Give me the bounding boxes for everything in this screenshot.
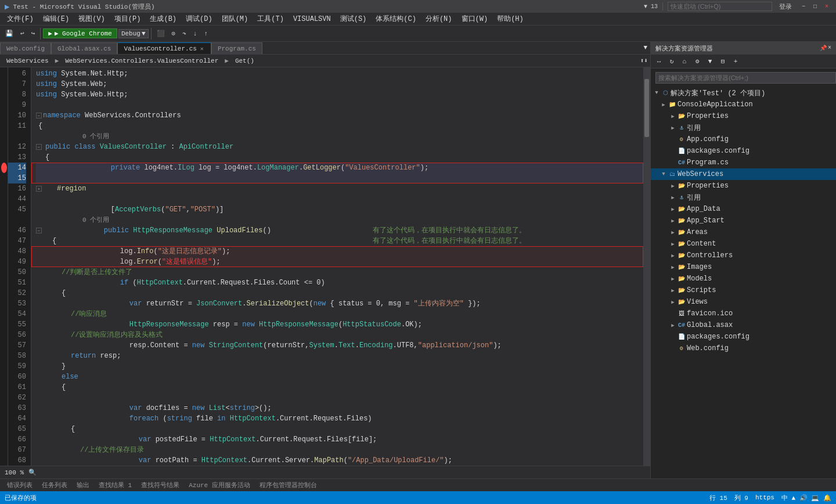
se-filter-btn[interactable]: ▼ — [704, 56, 716, 67]
tree-ws-content[interactable]: ▶ 📂 Content — [651, 238, 836, 250]
menu-item-arch[interactable]: 体系结构(C) — [371, 13, 421, 25]
maximize-btn[interactable]: □ — [810, 2, 820, 10]
menu-item-team[interactable]: 团队(M) — [217, 13, 253, 25]
step-over-btn[interactable]: ↷ — [179, 27, 189, 40]
step-out-btn[interactable]: ↑ — [201, 27, 211, 40]
minimize-btn[interactable]: − — [799, 2, 808, 10]
tab-overflow-btn[interactable]: ▼ — [640, 42, 650, 54]
scroll-nav-btn[interactable]: ⬆⬇ — [640, 57, 648, 64]
se-pin-btn[interactable]: 📌 — [820, 45, 827, 52]
se-new-solution-btn[interactable]: + — [730, 56, 741, 67]
breadcrumb-class[interactable]: WebServices.Controllers.ValuesController — [61, 56, 222, 66]
tree-console-app[interactable]: ▶ 📁 ConsoleApplication — [651, 99, 836, 110]
tree-program-cs[interactable]: C# Program.cs — [651, 157, 836, 168]
code-line-12: − public class ValuesController : ApiCon… — [36, 142, 643, 152]
tab-output[interactable]: 输出 — [72, 480, 94, 491]
se-close-btn[interactable]: × — [828, 45, 831, 52]
tree-ws-scripts[interactable]: ▶ 📂 Scripts — [651, 285, 836, 296]
redo-btn[interactable]: ↪ — [28, 27, 38, 40]
step-into-btn[interactable]: ↓ — [190, 27, 200, 40]
tree-ws-packages[interactable]: 📄 packages.config — [651, 331, 836, 343]
tree-ws-areas[interactable]: ▶ 📂 Areas — [651, 226, 836, 238]
stop-btn[interactable]: ⬛ — [154, 27, 168, 40]
code-line-14: private log4net.ILog log = log4net.LogMa… — [36, 163, 643, 173]
code-line-6: using System.Net.Http; — [36, 69, 643, 79]
tree-ws-properties[interactable]: ▶ 📂 Properties — [651, 180, 836, 192]
breakpoint-btn[interactable]: ⊙ — [169, 27, 179, 40]
se-refresh-btn[interactable]: ↻ — [666, 56, 678, 67]
breadcrumb-member[interactable]: Get() — [231, 56, 258, 66]
tree-ws-global[interactable]: ▶ C# Global.asax — [651, 319, 836, 331]
tab-task-list[interactable]: 任务列表 — [37, 480, 72, 491]
outliner-12[interactable]: − — [36, 144, 42, 150]
tree-ws-models[interactable]: ▶ 📂 Models — [651, 273, 836, 285]
tree-ws-appdata[interactable]: ▶ 📂 App_Data — [651, 203, 836, 215]
se-properties-btn[interactable]: ⚙ — [691, 56, 703, 67]
tree-solution[interactable]: ▼ ⬡ 解决方案'Test' (2 个项目) — [651, 87, 836, 99]
se-search-input[interactable] — [655, 72, 836, 84]
tab-values-controller[interactable]: ValuesController.cs ✕ — [117, 42, 211, 54]
zoom-icon: 🔍 — [24, 469, 37, 476]
close-btn[interactable]: × — [822, 2, 831, 10]
menu-item-build[interactable]: 生成(B) — [145, 13, 181, 25]
breadcrumb-project[interactable]: WebServices — [2, 56, 53, 66]
zoom-level[interactable]: 100 % — [5, 469, 24, 476]
menu-item-visualsvn[interactable]: VISUALSVN — [289, 14, 336, 24]
run-btn[interactable]: ▶ ▶ Google Chrome — [43, 28, 117, 38]
menu-item-tools[interactable]: 工具(T) — [253, 13, 289, 25]
se-sync-btn[interactable]: ↔ — [653, 56, 665, 67]
title-bar-right: ▼ 13 登录 − □ × — [644, 2, 831, 11]
ln-66: 66 — [8, 434, 26, 445]
tab-program-cs[interactable]: Program.cs — [211, 42, 262, 54]
tab-find-results1[interactable]: 查找结果 1 — [94, 480, 136, 491]
tab-azure[interactable]: Azure 应用服务活动 — [184, 480, 255, 491]
menu-item-edit[interactable]: 编辑(E) — [38, 13, 74, 25]
tab-find-symbol[interactable]: 查找符号结果 — [136, 480, 184, 491]
se-home-btn[interactable]: ⌂ — [679, 56, 690, 67]
tree-webservices[interactable]: ▼ 🗂 WebServices — [651, 168, 836, 180]
login-label[interactable]: 登录 — [774, 2, 797, 11]
menu-item-window[interactable]: 窗口(W) — [457, 13, 493, 25]
outliner-10[interactable]: − — [36, 113, 42, 118]
menu-item-debug[interactable]: 调试(D) — [181, 13, 217, 25]
menu-item-test[interactable]: 测试(S) — [336, 13, 372, 25]
menu-item-help[interactable]: 帮助(H) — [492, 13, 528, 25]
tab-package-mgr[interactable]: 程序包管理器控制台 — [255, 480, 322, 491]
se-search-container — [651, 69, 836, 87]
se-collapse-btn[interactable]: ⊟ — [717, 56, 729, 67]
tree-ws-appstart[interactable]: ▶ 📂 App_Start — [651, 215, 836, 226]
tree-ws-images[interactable]: ▶ 📂 Images — [651, 261, 836, 273]
tree-ws-favicon[interactable]: 🖼 favicon.ico — [651, 308, 836, 319]
tab-global-asax[interactable]: Global.asax.cs — [51, 42, 117, 54]
tab-web-config[interactable]: Web.config — [0, 42, 51, 54]
menu-item-file[interactable]: 文件(F) — [2, 13, 38, 25]
tree-ws-views[interactable]: ▶ 📂 Views — [651, 296, 836, 308]
save-all-btn[interactable]: 💾 — [2, 27, 16, 40]
quick-launch-input[interactable] — [668, 2, 772, 11]
tree-console-properties[interactable]: ▶ 📂 Properties — [651, 110, 836, 122]
tree-label-ws-global: Global.asax — [687, 321, 733, 329]
menu-item-view[interactable]: 视图(V) — [74, 13, 110, 25]
vertical-scrollbar[interactable] — [643, 67, 650, 466]
menu-item-project[interactable]: 项目(P) — [110, 13, 146, 25]
menu-item-analyze[interactable]: 分析(N) — [421, 13, 457, 25]
tree-ws-refs[interactable]: ▶ ⚓ 引用 — [651, 192, 836, 203]
tab-values-controller-close[interactable]: ✕ — [199, 45, 205, 52]
tree-console-refs[interactable]: ▶ ⚓ 引用 — [651, 122, 836, 134]
outliner-46[interactable]: − — [36, 228, 42, 233]
tab-error-list[interactable]: 错误列表 — [2, 480, 37, 491]
status-https: https — [755, 494, 774, 501]
code-line-64: foreach (string file in HttpContext.Curr… — [36, 413, 643, 424]
debug-dropdown[interactable]: Debug ▼ — [118, 29, 149, 38]
tree-ws-controllers[interactable]: ▶ 📂 Controllers — [651, 250, 836, 261]
tree-app-config[interactable]: ⚙ App.config — [651, 134, 836, 145]
outliner-16[interactable]: + — [36, 186, 42, 192]
code-editor[interactable]: using System.Net.Http; using System.Web;… — [31, 67, 643, 466]
scrollbar-thumb[interactable] — [644, 79, 649, 137]
tree-ws-webconfig[interactable]: ⚙ Web.config — [651, 343, 836, 354]
tree-packages-config[interactable]: 📄 packages.config — [651, 145, 836, 157]
tree-label-ws-views: Views — [687, 298, 708, 306]
code-line-ref1: 0 个引用 — [36, 131, 643, 142]
ln-ref2 — [8, 215, 26, 225]
undo-btn[interactable]: ↩ — [17, 27, 27, 40]
